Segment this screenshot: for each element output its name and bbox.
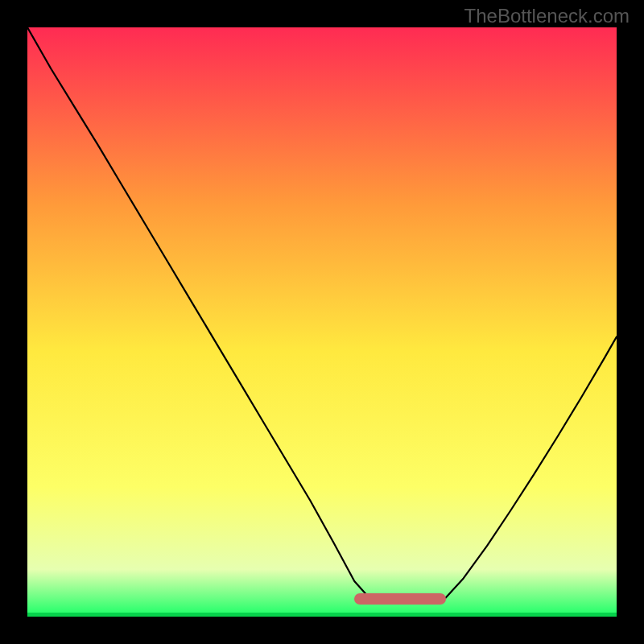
watermark-text: TheBottleneck.com (464, 5, 630, 27)
bottleneck-curve (27, 27, 617, 617)
plot-area (27, 27, 617, 617)
optimal-region-marker (354, 593, 445, 605)
